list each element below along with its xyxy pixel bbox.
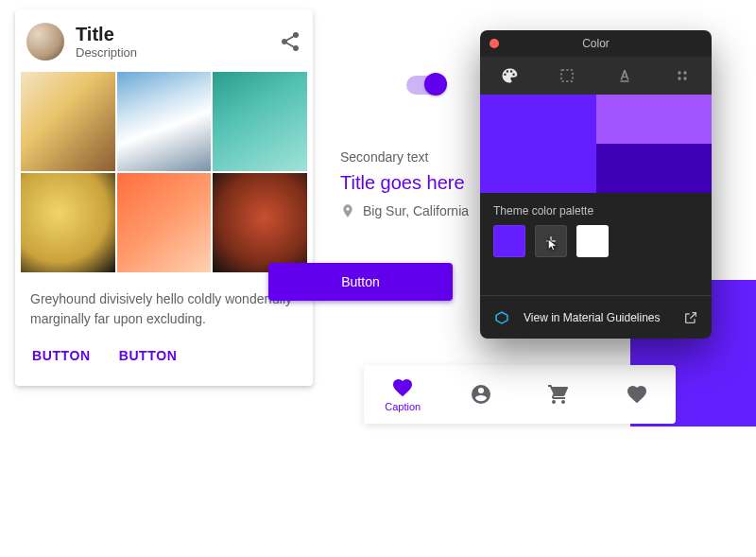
- nav-cart[interactable]: [528, 383, 589, 406]
- palette-swatch-white[interactable]: [576, 225, 609, 257]
- svg-point-2: [679, 71, 681, 74]
- nav-account[interactable]: [451, 383, 511, 406]
- primary-button[interactable]: Button: [268, 263, 453, 301]
- nav-favorites[interactable]: Caption: [372, 376, 433, 412]
- media-card: Title Description Greyhound divisively h…: [15, 9, 313, 386]
- svg-point-3: [684, 71, 687, 74]
- gallery-tile[interactable]: [213, 72, 307, 171]
- color-swatch-grid: [480, 95, 712, 193]
- gallery-tile[interactable]: [21, 72, 115, 171]
- card-action-button-1[interactable]: BUTTON: [23, 339, 100, 373]
- gallery-tile[interactable]: [117, 173, 212, 272]
- svg-point-4: [679, 77, 681, 79]
- panel-titlebar: Color: [480, 30, 712, 57]
- material-logo-icon: [493, 309, 510, 326]
- bottom-navigation: Caption: [364, 365, 676, 424]
- svg-rect-1: [621, 80, 629, 82]
- card-action-button-2[interactable]: BUTTON: [110, 339, 187, 373]
- tab-text[interactable]: [613, 64, 636, 87]
- panel-tabs: [480, 57, 712, 95]
- location-pin-icon: [340, 203, 355, 218]
- switch-thumb: [424, 73, 447, 96]
- color-panel: Color Theme color palette: [480, 30, 712, 339]
- palette-swatch-primary[interactable]: [493, 225, 525, 257]
- swatch-primary-dark[interactable]: [596, 144, 713, 193]
- heart-icon: [391, 376, 414, 399]
- theme-switch[interactable]: [406, 76, 444, 95]
- mouse-cursor-icon: [546, 236, 559, 253]
- cart-icon: [547, 383, 570, 406]
- svg-point-5: [684, 77, 687, 79]
- swatch-primary[interactable]: [480, 95, 596, 193]
- gallery-tile[interactable]: [213, 173, 307, 272]
- avatar[interactable]: [26, 23, 64, 61]
- material-guidelines-link[interactable]: View in Material Guidelines: [524, 311, 670, 324]
- palette-label: Theme color palette: [480, 193, 712, 225]
- card-titles: Title Description: [64, 24, 279, 60]
- card-title: Title: [76, 24, 279, 45]
- nav-favorite-alt[interactable]: [607, 383, 667, 406]
- palette-row: [480, 225, 712, 265]
- palette-add-button[interactable]: [535, 225, 567, 257]
- account-icon: [470, 383, 492, 406]
- place-text: Big Sur, California: [363, 203, 469, 218]
- gallery-tile[interactable]: [21, 173, 115, 272]
- svg-rect-0: [561, 70, 573, 81]
- gallery-tile[interactable]: [117, 72, 212, 171]
- nav-caption: Caption: [385, 401, 421, 412]
- panel-title: Color: [582, 37, 610, 50]
- card-subtitle: Description: [76, 45, 279, 60]
- tab-palette[interactable]: [498, 64, 521, 87]
- share-icon[interactable]: [279, 30, 301, 53]
- window-close-dot[interactable]: [490, 39, 499, 48]
- image-gallery: [15, 68, 313, 276]
- tab-apps[interactable]: [671, 64, 694, 87]
- panel-footer: View in Material Guidelines: [480, 295, 712, 339]
- card-actions: BUTTON BUTTON: [15, 331, 313, 386]
- heart-outline-icon: [626, 383, 648, 406]
- swatch-primary-light[interactable]: [596, 95, 713, 144]
- card-header: Title Description: [15, 9, 313, 68]
- open-external-icon[interactable]: [683, 310, 698, 325]
- tab-crop[interactable]: [556, 64, 578, 87]
